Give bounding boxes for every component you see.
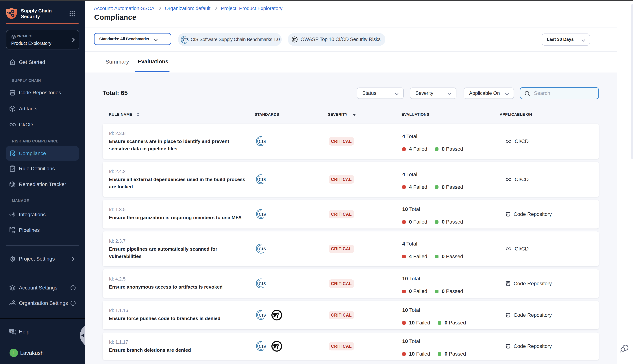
svg-text:CIS: CIS bbox=[258, 281, 266, 286]
svg-text:CIS: CIS bbox=[258, 313, 266, 318]
svg-text:CIS: CIS bbox=[258, 344, 266, 348]
svg-text:CIS: CIS bbox=[258, 212, 266, 216]
svg-text:CIS: CIS bbox=[258, 246, 266, 251]
svg-text:CIS: CIS bbox=[182, 38, 188, 42]
svg-text:CIS: CIS bbox=[258, 177, 266, 182]
svg-text:CIS: CIS bbox=[258, 139, 266, 144]
svg-text:?: ? bbox=[11, 329, 13, 332]
